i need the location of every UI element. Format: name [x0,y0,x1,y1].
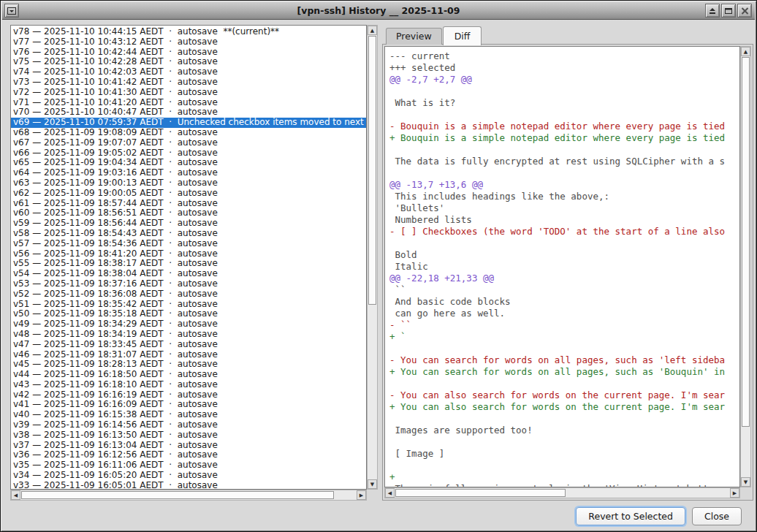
scrollbar-thumb[interactable] [742,57,750,427]
diff-line: can go here as well. [389,308,739,319]
diff-horizontal-scrollbar[interactable]: ◀ ▶ [384,487,740,498]
diff-line: - You can search for words on all pages,… [389,354,739,366]
diff-line: + You can search for words on all pages,… [389,366,739,378]
diff-line: - Bouquin is a simple notepad editor whe… [389,121,739,132]
list-item[interactable]: v52 — 2025-11-09 18:36:08 AEDT · autosav… [13,289,366,300]
close-button[interactable] [737,4,752,18]
scroll-left-icon[interactable]: ◀ [385,488,395,498]
diff-line: Bold [389,249,739,261]
list-item[interactable]: v55 — 2025-11-09 18:38:17 AEDT · autosav… [13,259,366,269]
scrollbar-thumb[interactable] [368,36,376,305]
list-item[interactable]: v74 — 2025-11-10 10:42:03 AEDT · autosav… [13,67,366,77]
list-item[interactable]: v73 — 2025-11-10 10:41:42 AEDT · autosav… [13,77,366,88]
history-vertical-scrollbar[interactable]: ▲ ▼ [367,25,378,490]
diff-line: @@ -2,7 +2,7 @@ [389,74,739,86]
diff-line: + [389,471,739,483]
diff-line: Numbered lists [389,214,739,226]
list-item[interactable]: v58 — 2025-11-09 18:54:43 AEDT · autosav… [13,229,366,239]
list-item[interactable]: v70 — 2025-11-10 10:40:47 AEDT · autosav… [13,107,366,118]
list-item[interactable]: v35 — 2025-11-09 16:11:06 AEDT · autosav… [13,460,366,471]
scrollbar-thumb[interactable] [21,491,334,499]
tab-bar: Preview Diff [386,28,482,45]
tab-preview[interactable]: Preview [386,28,442,45]
list-item[interactable]: v75 — 2025-11-10 10:42:28 AEDT · autosav… [13,57,366,67]
list-item[interactable]: v72 — 2025-11-10 10:41:30 AEDT · autosav… [13,88,366,98]
diff-line: @@ -13,7 +13,6 @@ [389,179,739,191]
diff-vertical-scrollbar[interactable]: ▲ ▼ [740,46,751,487]
titlebar[interactable]: [vpn-ssh] History __ 2025-11-09 [2,2,755,20]
list-item[interactable]: v53 — 2025-11-09 18:37:16 AEDT · autosav… [13,279,366,289]
list-item[interactable]: v46 — 2025-11-09 18:31:07 AEDT · autosav… [13,350,366,360]
close-icon [741,7,749,15]
diff-pane: --- current+++ selected@@ -2,7 +2,7 @@ W… [382,44,753,501]
list-item[interactable]: v64 — 2025-11-09 19:03:16 AEDT · autosav… [13,168,366,178]
diff-line [389,436,739,448]
diff-line [389,86,739,97]
list-item[interactable]: v66 — 2025-11-09 19:05:02 AEDT · autosav… [13,148,366,159]
scroll-down-icon[interactable]: ▼ [368,479,377,489]
list-item[interactable]: v49 — 2025-11-09 18:34:29 AEDT · autosav… [13,319,366,330]
diff-line: `` [389,284,739,296]
list-item[interactable]: v33 — 2025-11-09 16:05:01 AEDT · autosav… [13,481,366,490]
scroll-right-icon[interactable]: ▶ [730,488,739,498]
diff-line: The data is fully encrypted at rest usin… [389,156,739,167]
diff-line: And basic code blocks [389,296,739,308]
list-item[interactable]: v54 — 2025-11-09 18:38:04 AEDT · autosav… [13,269,366,279]
list-item[interactable]: v59 — 2025-11-09 18:56:44 AEDT · autosav… [13,218,366,229]
list-item[interactable]: v37 — 2025-11-09 16:13:04 AEDT · autosav… [13,441,366,451]
maximize-button[interactable] [721,4,736,18]
diff-text[interactable]: --- current+++ selected@@ -2,7 +2,7 @@ W… [384,46,740,487]
diff-line [389,144,739,156]
scroll-right-icon[interactable]: ▶ [357,490,366,500]
list-item[interactable]: v56 — 2025-11-09 18:41:20 AEDT · autosav… [13,249,366,259]
list-item[interactable]: v57 — 2025-11-09 18:54:36 AEDT · autosav… [13,239,366,249]
list-item[interactable]: v65 — 2025-11-09 19:04:34 AEDT · autosav… [13,158,366,168]
close-dialog-button[interactable]: Close [692,507,742,525]
list-item[interactable]: v77 — 2025-11-10 10:43:12 AEDT · autosav… [13,37,366,48]
window-menu-icon [7,7,16,15]
list-item[interactable]: v42 — 2025-11-09 16:16:19 AEDT · autosav… [13,390,366,400]
diff-line: + ` [389,331,739,343]
list-item[interactable]: v62 — 2025-11-09 19:00:05 AEDT · autosav… [13,189,366,199]
minimize-button[interactable] [705,4,720,18]
list-item[interactable]: v40 — 2025-11-09 16:15:38 AEDT · autosav… [13,410,366,420]
window-menu-button[interactable] [4,4,19,18]
list-item[interactable]: v51 — 2025-11-09 18:35:42 AEDT · autosav… [13,300,366,310]
list-item[interactable]: v36 — 2025-11-09 16:12:56 AEDT · autosav… [13,450,366,460]
scroll-down-icon[interactable]: ▼ [741,477,750,487]
scrollbar-thumb[interactable] [395,489,566,497]
revert-to-selected-button[interactable]: Revert to Selected [576,507,685,525]
history-list[interactable]: v78 — 2025-11-10 10:44:15 AEDT · autosav… [10,25,367,490]
list-item[interactable]: v76 — 2025-11-10 10:42:44 AEDT · autosav… [13,48,366,58]
diff-line: - `` [389,319,739,331]
list-item[interactable]: v71 — 2025-11-10 10:41:20 AEDT · autosav… [13,98,366,108]
diff-line [389,378,739,390]
scroll-left-icon[interactable]: ◀ [11,490,20,500]
diff-line [389,109,739,121]
list-item[interactable]: v48 — 2025-11-09 18:34:19 AEDT · autosav… [13,330,366,340]
window-title: [vpn-ssh] History __ 2025-11-09 [2,5,755,16]
footer-button-row: Revert to Selected Close [576,507,742,525]
list-item[interactable]: v45 — 2025-11-09 18:28:13 AEDT · autosav… [13,360,366,370]
list-item[interactable]: v41 — 2025-11-09 16:16:09 AEDT · autosav… [13,400,366,410]
list-item[interactable]: v50 — 2025-11-09 18:35:18 AEDT · autosav… [13,309,366,319]
list-item[interactable]: v67 — 2025-11-09 19:07:07 AEDT · autosav… [13,138,366,148]
list-item[interactable]: v43 — 2025-11-09 16:18:10 AEDT · autosav… [13,380,366,390]
diff-line: + You can also search for words on the c… [389,401,739,413]
list-item[interactable]: v34 — 2025-11-09 16:05:20 AEDT · autosav… [13,471,366,481]
scroll-up-icon[interactable]: ▲ [368,26,377,35]
scroll-up-icon[interactable]: ▲ [741,47,750,56]
list-item[interactable]: v61 — 2025-11-09 18:57:44 AEDT · autosav… [13,199,366,209]
tab-diff[interactable]: Diff [443,26,482,45]
list-item[interactable]: v68 — 2025-11-09 19:08:09 AEDT · autosav… [13,128,366,138]
list-item[interactable]: v78 — 2025-11-10 10:44:15 AEDT · autosav… [13,27,366,37]
list-item[interactable]: v38 — 2025-11-09 16:13:50 AEDT · autosav… [13,430,366,441]
list-item[interactable]: v63 — 2025-11-09 19:00:13 AEDT · autosav… [13,178,366,189]
list-item[interactable]: v60 — 2025-11-09 18:56:51 AEDT · autosav… [13,208,366,218]
list-item[interactable]: v69 — 2025-11-10 07:59:37 AEDT · Uncheck… [11,118,366,128]
list-item[interactable]: v39 — 2025-11-09 16:14:56 AEDT · autosav… [13,420,366,430]
list-item[interactable]: v47 — 2025-11-09 18:33:45 AEDT · autosav… [13,340,366,350]
diff-line: What is it? [389,97,739,109]
list-item[interactable]: v44 — 2025-11-09 16:18:50 AEDT · autosav… [13,370,366,380]
history-horizontal-scrollbar[interactable]: ◀ ▶ [10,490,367,501]
